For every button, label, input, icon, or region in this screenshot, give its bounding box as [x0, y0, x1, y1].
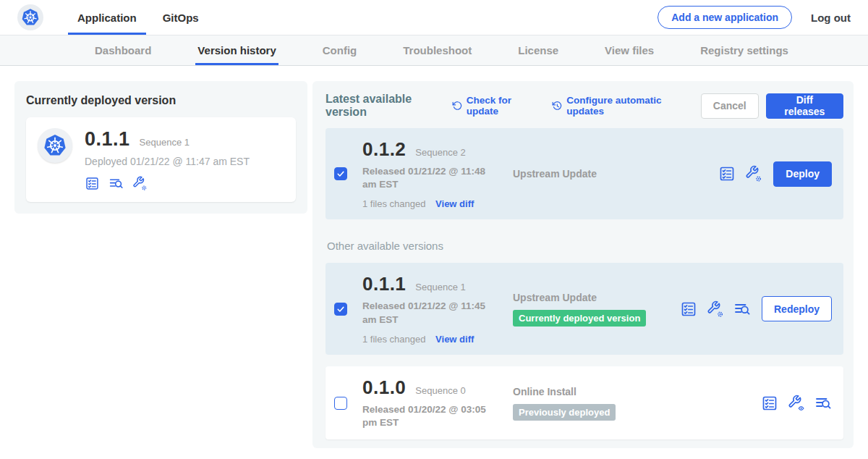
released-timestamp: Released 01/21/22 @ 11:45 am EST: [362, 300, 500, 326]
app-icon: [38, 128, 72, 163]
redeploy-button[interactable]: Redeploy: [762, 296, 832, 321]
version-checkbox[interactable]: [334, 397, 347, 410]
preflight-checks-icon[interactable]: [761, 395, 778, 412]
deployed-version-card: 0.1.1 Sequence 1 Deployed 01/21/22 @ 11:…: [26, 117, 296, 202]
previously-deployed-badge: Previously deployed: [513, 404, 616, 421]
tab-troubleshoot[interactable]: Troubleshoot: [401, 35, 474, 65]
edit-config-icon[interactable]: [745, 165, 762, 182]
cancel-button[interactable]: Cancel: [701, 93, 759, 119]
deployed-timestamp: Deployed 01/21/22 @ 11:47 am EST: [85, 156, 250, 167]
version-number: 0.1.2: [362, 138, 406, 161]
sequence-label: Sequence 2: [415, 147, 465, 158]
check-for-update-link[interactable]: Check for update: [452, 95, 536, 117]
refresh-icon: [452, 100, 462, 111]
tab-view-files[interactable]: View files: [603, 35, 656, 65]
released-timestamp: Released 01/21/22 @ 11:48 am EST: [362, 165, 500, 191]
deployed-version-number: 0.1.1: [85, 128, 130, 151]
version-checkbox[interactable]: [334, 167, 347, 180]
version-row-0.1.2: 0.1.2 Sequence 2 Released 01/21/22 @ 11:…: [326, 128, 843, 219]
sequence-label: Sequence 0: [415, 385, 465, 396]
files-changed-label: 1 files changed: [362, 198, 425, 209]
app-sub-nav: Dashboard Version history Config Trouble…: [0, 35, 868, 66]
sequence-label: Sequence 1: [415, 282, 465, 292]
version-checkbox[interactable]: [334, 303, 347, 316]
preflight-checks-icon[interactable]: [680, 300, 697, 318]
tab-dashboard[interactable]: Dashboard: [93, 35, 153, 65]
tab-version-history[interactable]: Version history: [195, 35, 278, 65]
clock-refresh-icon: [552, 100, 562, 111]
logout-button[interactable]: Log out: [811, 12, 851, 24]
diff-releases-button[interactable]: Diff releases: [766, 93, 843, 119]
deploy-logs-icon[interactable]: [109, 176, 124, 191]
edit-config-icon[interactable]: [132, 176, 148, 191]
preflight-checks-icon[interactable]: [718, 165, 736, 182]
view-diff-link[interactable]: View diff: [435, 334, 474, 345]
version-source-label: Online Install: [513, 386, 576, 397]
available-versions-panel: Latest available version Check for updat…: [312, 81, 854, 448]
edit-config-icon[interactable]: [707, 300, 724, 318]
main-content: Currently deployed version 0.1.1 Sequenc…: [0, 66, 868, 448]
other-versions-title: Other available versions: [327, 240, 843, 252]
currently-deployed-badge: Currently deployed version: [513, 310, 646, 327]
topnav-tabs: Application GitOps: [68, 0, 216, 35]
tab-gitops[interactable]: GitOps: [153, 0, 208, 35]
version-source-label: Upstream Update: [513, 168, 597, 180]
deployed-sequence-label: Sequence 1: [140, 137, 190, 148]
version-number: 0.1.0: [362, 376, 406, 399]
latest-available-title: Latest available version: [326, 93, 441, 119]
currently-deployed-title: Currently deployed version: [26, 94, 296, 107]
version-row-0.1.1: 0.1.1 Sequence 1 Released 01/21/22 @ 11:…: [326, 263, 843, 354]
kubernetes-logo: [17, 4, 43, 30]
preflight-checks-icon[interactable]: [85, 176, 100, 191]
deploy-logs-icon[interactable]: [814, 395, 832, 412]
tab-license[interactable]: License: [516, 35, 561, 65]
configure-automatic-updates-link[interactable]: Configure automatic updates: [552, 95, 685, 117]
tab-config[interactable]: Config: [320, 35, 359, 65]
version-source-label: Upstream Update: [513, 292, 597, 303]
deploy-button[interactable]: Deploy: [773, 161, 832, 187]
deploy-logs-icon[interactable]: [733, 300, 751, 318]
view-config-icon[interactable]: [788, 395, 805, 412]
top-nav: Application GitOps Add a new application…: [0, 0, 868, 35]
available-versions-header: Latest available version Check for updat…: [326, 93, 843, 119]
files-changed-label: 1 files changed: [362, 334, 425, 345]
released-timestamp: Released 01/20/22 @ 03:05 pm EST: [362, 403, 500, 429]
tab-registry-settings[interactable]: Registry settings: [698, 35, 791, 65]
add-new-application-button[interactable]: Add a new application: [658, 6, 792, 29]
currently-deployed-panel: Currently deployed version 0.1.1 Sequenc…: [14, 81, 307, 214]
version-row-0.1.0: 0.1.0 Sequence 0 Released 01/20/22 @ 03:…: [326, 366, 843, 439]
view-diff-link[interactable]: View diff: [435, 198, 474, 209]
version-number: 0.1.1: [362, 273, 406, 295]
tab-application[interactable]: Application: [68, 0, 146, 35]
